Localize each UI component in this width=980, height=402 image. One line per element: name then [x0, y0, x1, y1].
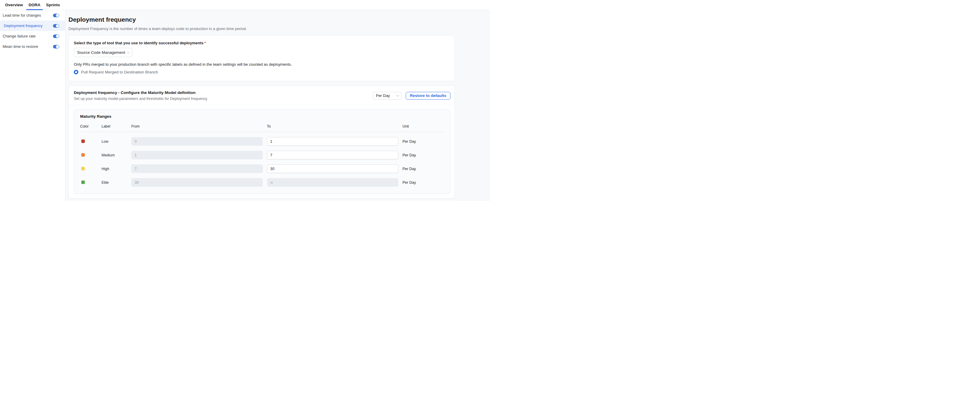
toggle-knob — [56, 14, 59, 17]
range-from-input — [131, 165, 263, 173]
metric-toggle[interactable] — [53, 35, 59, 38]
maturity-range-row: MediumPer Day — [80, 151, 444, 159]
range-to-input[interactable] — [267, 137, 399, 146]
column-header-color: Color — [80, 124, 97, 128]
sidebar-item-label: Mean time to restore — [3, 44, 53, 49]
toggle-knob — [56, 24, 59, 27]
sidebar-item-deployment-frequency[interactable]: Deployment frequency — [0, 21, 65, 31]
column-header-to: To — [267, 124, 399, 128]
top-tab-bar: OverviewDORASprints — [0, 0, 490, 10]
sidebar-item-lead-time-for-changes[interactable]: Lead time for changes — [0, 10, 65, 21]
range-label: High — [102, 167, 127, 171]
range-from-input — [131, 178, 263, 187]
tool-type-select[interactable]: Source Code Management — [74, 48, 132, 57]
column-header-from: From — [131, 124, 263, 128]
active-tab-underline — [3, 9, 25, 10]
range-from-input — [131, 151, 263, 159]
color-cell — [80, 180, 97, 185]
tab-overview[interactable]: Overview — [3, 0, 25, 10]
metrics-sidebar: Lead time for changesDeployment frequenc… — [0, 10, 65, 201]
restore-defaults-button[interactable]: Restore to defaults — [406, 92, 450, 100]
range-unit: Per Day — [402, 139, 444, 144]
range-label: Medium — [102, 153, 127, 157]
maturity-range-row: LowPer Day — [80, 137, 444, 146]
range-to-input[interactable] — [267, 151, 399, 159]
tab-sprints[interactable]: Sprints — [44, 0, 62, 10]
settings-page: OverviewDORASprints Lead time for change… — [0, 0, 490, 201]
metric-toggle[interactable] — [53, 45, 59, 49]
color-swatch — [81, 139, 85, 143]
pr-merged-radio-label: Pull Request Merged to Destination Branc… — [81, 70, 158, 74]
range-label: Low — [102, 139, 127, 144]
color-swatch — [81, 180, 85, 184]
maturity-table-header: ColorLabelFromToUnit — [80, 124, 444, 128]
from-cell — [131, 165, 263, 173]
unit-select-value: Per Day — [376, 93, 390, 98]
maturity-model-card: Deployment frequency - Configure the Mat… — [68, 85, 455, 199]
deployment-note: Only PRs merged to your production branc… — [74, 62, 450, 66]
maturity-card-heading: Deployment frequency - Configure the Mat… — [74, 90, 207, 101]
maturity-ranges-panel: Maturity Ranges ColorLabelFromToUnit Low… — [74, 109, 450, 194]
card-divider — [69, 105, 455, 105]
to-cell — [267, 165, 399, 173]
active-tab-underline — [44, 9, 62, 10]
range-unit: Per Day — [402, 153, 444, 157]
color-swatch — [81, 153, 85, 157]
toggle-knob — [56, 45, 59, 48]
layout: Lead time for changesDeployment frequenc… — [0, 10, 490, 201]
to-cell — [267, 137, 399, 146]
from-cell — [131, 151, 263, 159]
page-subtitle: Deployment Frequency is the number of ti… — [68, 27, 455, 31]
maturity-range-row: ElitePer Day — [80, 178, 444, 187]
main-content: Deployment frequency Deployment Frequenc… — [65, 10, 490, 201]
range-unit: Per Day — [402, 167, 444, 171]
range-from-input — [131, 137, 263, 146]
color-cell — [80, 166, 97, 172]
metric-toggle[interactable] — [53, 24, 59, 28]
maturity-card-header: Deployment frequency - Configure the Mat… — [74, 90, 450, 105]
tab-dora[interactable]: DORA — [26, 0, 43, 10]
tab-label: Overview — [5, 3, 23, 7]
chevron-down-icon — [127, 51, 130, 54]
color-cell — [80, 152, 97, 158]
tool-select-label-text: Select the type of tool that you use to … — [74, 41, 204, 45]
radio-row: Pull Request Merged to Destination Branc… — [74, 70, 450, 74]
maturity-card-title: Deployment frequency - Configure the Mat… — [74, 90, 207, 95]
sidebar-item-mean-time-to-restore[interactable]: Mean time to restore — [0, 41, 65, 52]
tool-type-select-value: Source Code Management — [77, 50, 125, 55]
pr-merged-radio[interactable] — [74, 70, 78, 74]
metric-toggle[interactable] — [53, 14, 59, 17]
tab-label: Sprints — [46, 3, 60, 7]
sidebar-item-label: Deployment frequency — [3, 24, 53, 28]
page-title: Deployment frequency — [68, 16, 455, 23]
range-to-input[interactable] — [267, 165, 399, 173]
tool-select-label: Select the type of tool that you use to … — [74, 41, 450, 45]
sidebar-item-label: Change failure rate — [3, 34, 53, 38]
maturity-range-row: HighPer Day — [80, 165, 444, 173]
maturity-ranges-title: Maturity Ranges — [80, 114, 444, 119]
to-cell — [267, 151, 399, 159]
column-header-unit: Unit — [402, 124, 444, 128]
unit-select[interactable]: Per Day — [373, 92, 402, 100]
maturity-card-subtitle: Set up your maturity model parameters an… — [74, 97, 207, 101]
deployment-tool-card: Select the type of tool that you use to … — [68, 35, 455, 81]
range-unit: Per Day — [402, 180, 444, 185]
required-asterisk: * — [205, 41, 206, 45]
color-swatch — [81, 167, 85, 170]
active-tab-underline — [26, 9, 43, 10]
toggle-knob — [56, 35, 59, 38]
tab-label: DORA — [29, 3, 40, 7]
maturity-card-controls: Per Day Restore to defaults — [373, 92, 450, 100]
chevron-down-icon — [396, 94, 399, 97]
column-header-label: Label — [102, 124, 127, 128]
from-cell — [131, 178, 263, 187]
from-cell — [131, 137, 263, 146]
sidebar-item-change-failure-rate[interactable]: Change failure rate — [0, 31, 65, 41]
range-to-input — [267, 178, 399, 187]
to-cell — [267, 178, 399, 187]
maturity-table-body: LowPer DayMediumPer DayHighPer DayEliteP… — [80, 137, 444, 187]
color-cell — [80, 139, 97, 144]
range-label: Elite — [102, 180, 127, 185]
sidebar-item-label: Lead time for changes — [3, 13, 53, 17]
